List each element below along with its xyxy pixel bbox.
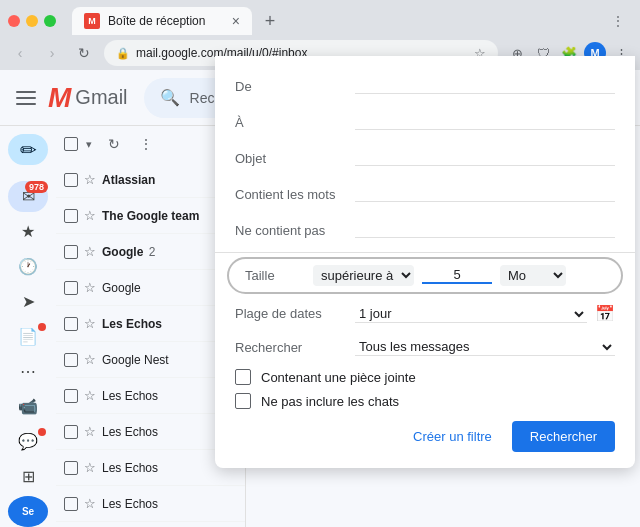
more-actions-btn[interactable]: ⋮: [132, 130, 160, 158]
contient-row: Contient les mots: [215, 176, 635, 212]
de-row: De: [215, 68, 635, 104]
star-btn[interactable]: ☆: [84, 244, 96, 259]
adv-footer: Créer un filtre Rechercher: [215, 413, 635, 452]
search-icon: 🔍: [160, 88, 180, 107]
a-label: À: [235, 115, 355, 130]
sidebar-item-more[interactable]: ⋯: [8, 356, 48, 387]
maximize-window-btn[interactable]: [44, 15, 56, 27]
reload-btn[interactable]: ↻: [72, 41, 96, 65]
refresh-list-btn[interactable]: ↻: [100, 130, 128, 158]
active-tab[interactable]: M Boîte de réception ×: [72, 7, 252, 35]
taille-value-input[interactable]: [422, 267, 492, 284]
objet-label: Objet: [235, 151, 355, 166]
sidebar-item-chat[interactable]: 💬: [8, 426, 48, 457]
tab-title: Boîte de réception: [108, 14, 205, 28]
objet-input[interactable]: [355, 150, 615, 166]
star-btn[interactable]: ☆: [84, 352, 96, 367]
compose-btn[interactable]: ✏: [8, 134, 48, 165]
checkbox2-row: Ne pas inclure les chats: [215, 389, 635, 413]
window-controls: [8, 15, 56, 27]
email-row[interactable]: ☆ Les Echos: [56, 486, 245, 522]
sidebar-item-snoozed[interactable]: 🕐: [8, 251, 48, 282]
email-row[interactable]: ☆ Les Echos: [56, 522, 245, 527]
sender-name: Les Echos: [102, 497, 237, 511]
spaces-icon: ⊞: [22, 467, 35, 486]
draft-icon: 📄: [18, 327, 38, 346]
star-btn[interactable]: ☆: [84, 496, 96, 511]
sidebar-item-starred[interactable]: ★: [8, 216, 48, 247]
email-checkbox[interactable]: [64, 173, 78, 187]
sidebar-item-drafts[interactable]: 📄: [8, 321, 48, 352]
advanced-search-panel: De À Objet Contient les mots Ne contient…: [215, 56, 635, 468]
sidebar-icons: ✏ ✉ 978 ★ 🕐 ➤ 📄 ⋯ 📹: [0, 126, 56, 527]
email-checkbox[interactable]: [64, 461, 78, 475]
rechercher-row: Rechercher Tous les messages Messages lu…: [215, 329, 635, 365]
select-all-checkbox[interactable]: [64, 137, 78, 151]
forward-btn[interactable]: ›: [40, 41, 64, 65]
taille-unit-select[interactable]: Mo Ko Octets: [500, 265, 566, 286]
new-tab-btn[interactable]: +: [256, 7, 284, 35]
sidebar-item-meet[interactable]: 📹: [8, 391, 48, 422]
rechercher-select[interactable]: Tous les messages Messages lus Messages …: [355, 338, 615, 356]
star-btn[interactable]: ☆: [84, 316, 96, 331]
taille-row: Taille supérieure à inférieure à est éga…: [227, 257, 623, 294]
contient-label: Contient les mots: [235, 187, 355, 202]
star-icon: ★: [21, 222, 35, 241]
star-btn[interactable]: ☆: [84, 424, 96, 439]
email-checkbox[interactable]: [64, 209, 78, 223]
plage-row: Plage de dates 1 jour 3 jours 1 semaine …: [215, 298, 635, 329]
no-chat-checkbox[interactable]: [235, 393, 251, 409]
close-window-btn[interactable]: [8, 15, 20, 27]
sidebar-item-se[interactable]: Se: [8, 496, 48, 527]
rechercher-label: Rechercher: [235, 340, 355, 355]
a-row: À: [215, 104, 635, 140]
email-checkbox[interactable]: [64, 389, 78, 403]
tab-close-btn[interactable]: ×: [232, 13, 240, 29]
tab-favicon: M: [84, 13, 100, 29]
attachment-checkbox[interactable]: [235, 369, 251, 385]
a-input[interactable]: [355, 114, 615, 130]
sidebar-item-spaces[interactable]: ⊞: [8, 461, 48, 492]
de-input[interactable]: [355, 78, 615, 94]
lock-icon: 🔒: [116, 47, 130, 60]
email-checkbox[interactable]: [64, 281, 78, 295]
select-dropdown-btn[interactable]: ▾: [82, 137, 96, 151]
star-btn[interactable]: ☆: [84, 172, 96, 187]
email-checkbox[interactable]: [64, 497, 78, 511]
gmail-logo-m: M: [48, 82, 71, 114]
taille-comparator-select[interactable]: supérieure à inférieure à est égale à: [313, 265, 414, 286]
rechercher-btn[interactable]: Rechercher: [512, 421, 615, 452]
gmail-logo: M Gmail: [48, 82, 128, 114]
menu-hamburger-btn[interactable]: [12, 84, 40, 112]
star-btn[interactable]: ☆: [84, 460, 96, 475]
tab-more-btn[interactable]: ⋮: [612, 14, 632, 28]
inbox-badge: 978: [25, 181, 48, 193]
ne-contient-input[interactable]: [355, 222, 615, 238]
plage-select[interactable]: 1 jour 3 jours 1 semaine 2 semaines 1 mo…: [355, 305, 587, 323]
creer-filtre-btn[interactable]: Créer un filtre: [405, 423, 500, 450]
checkbox1-label: Contenant une pièce jointe: [261, 370, 416, 385]
gmail-logo-text: Gmail: [75, 86, 127, 109]
clock-icon: 🕐: [18, 257, 38, 276]
email-checkbox[interactable]: [64, 353, 78, 367]
email-checkbox[interactable]: [64, 317, 78, 331]
checkbox1-row: Contenant une pièce jointe: [215, 365, 635, 389]
ne-contient-label: Ne contient pas: [235, 223, 355, 238]
se-label: Se: [22, 506, 34, 517]
star-btn[interactable]: ☆: [84, 208, 96, 223]
plage-label: Plage de dates: [235, 306, 355, 321]
back-btn[interactable]: ‹: [8, 41, 32, 65]
de-label: De: [235, 79, 355, 94]
taille-label: Taille: [245, 268, 305, 283]
calendar-icon[interactable]: 📅: [595, 304, 615, 323]
contient-input[interactable]: [355, 186, 615, 202]
sidebar-item-inbox[interactable]: ✉ 978: [8, 181, 48, 212]
star-btn[interactable]: ☆: [84, 280, 96, 295]
email-checkbox[interactable]: [64, 425, 78, 439]
meet-icon: 📹: [18, 397, 38, 416]
email-checkbox[interactable]: [64, 245, 78, 259]
star-btn[interactable]: ☆: [84, 388, 96, 403]
sidebar-item-sent[interactable]: ➤: [8, 286, 48, 317]
minimize-window-btn[interactable]: [26, 15, 38, 27]
tab-bar: M Boîte de réception × + ⋮: [0, 0, 640, 36]
